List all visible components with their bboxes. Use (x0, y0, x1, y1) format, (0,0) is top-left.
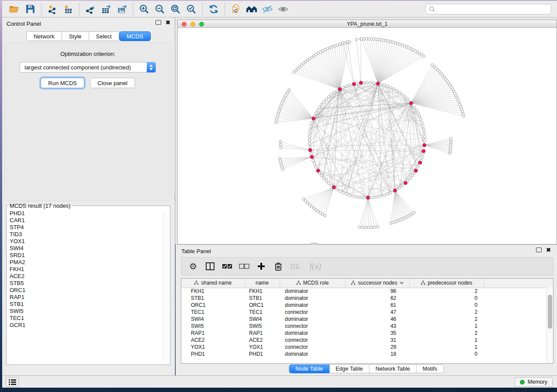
ring-node[interactable] (404, 96, 406, 98)
ring-node[interactable] (327, 182, 330, 185)
ring-node[interactable] (322, 100, 325, 103)
tab-network-table[interactable]: Network Table (370, 364, 417, 373)
table-cell[interactable]: 96 (345, 288, 409, 295)
ring-node[interactable] (409, 177, 412, 179)
save-session-button[interactable] (22, 3, 38, 16)
ring-node[interactable] (376, 196, 379, 198)
leaf-node[interactable] (373, 226, 376, 228)
ring-node[interactable] (310, 152, 312, 155)
table-cell[interactable]: dominator (280, 288, 345, 295)
mcds-result-item[interactable]: FKH1 (10, 266, 170, 273)
memory-button[interactable]: Memory (515, 377, 553, 387)
table-cell[interactable]: STB1 (245, 295, 280, 302)
criterion-select[interactable]: largest connected component (undirected) (20, 62, 156, 72)
table-cell[interactable]: ACE2 (181, 337, 245, 344)
table-cell[interactable]: ORC1 (245, 302, 280, 309)
export-image-button[interactable] (114, 3, 130, 16)
close-panel-icon[interactable]: ✖ (166, 20, 170, 25)
tab-node-table[interactable]: Node Table (289, 364, 329, 373)
run-mcds-button[interactable]: Run MCDS (41, 78, 84, 88)
leaf-node[interactable] (370, 226, 373, 229)
ring-node[interactable] (386, 193, 389, 195)
hub-node[interactable] (414, 169, 418, 172)
mcds-list-scrollbar[interactable] (163, 211, 169, 362)
hub-node[interactable] (316, 169, 320, 172)
leaf-node[interactable] (279, 140, 282, 143)
mcds-result-item[interactable]: STP4 (10, 224, 170, 231)
ring-node[interactable] (316, 109, 319, 112)
ring-node[interactable] (417, 112, 419, 115)
leaf-node[interactable] (324, 214, 326, 217)
ring-node[interactable] (423, 139, 426, 141)
leaf-node[interactable] (293, 71, 295, 73)
ring-node[interactable] (311, 159, 314, 162)
table-cell[interactable]: dominator (280, 295, 345, 302)
ring-node[interactable] (308, 132, 311, 134)
table-cell[interactable]: TEC1 (245, 309, 280, 316)
search-input[interactable] (435, 5, 551, 14)
table-cell[interactable]: 43 (345, 323, 409, 330)
hub-node[interactable] (312, 117, 315, 120)
mcds-result-item[interactable]: ORC1 (10, 287, 170, 294)
table-cell[interactable]: SWI4 (181, 316, 245, 323)
hub-node[interactable] (359, 81, 363, 85)
delete-column-button[interactable] (272, 260, 285, 273)
mcds-result-item[interactable]: SWI5 (10, 308, 170, 315)
column-header-name[interactable]: name (245, 279, 280, 288)
ring-node[interactable] (308, 146, 311, 148)
ring-node[interactable] (309, 128, 311, 131)
table-cell[interactable]: dominator (280, 316, 345, 323)
ring-node[interactable] (308, 142, 311, 145)
mcds-result-item[interactable]: TID3 (10, 231, 170, 238)
table-cell[interactable]: 35 (345, 330, 409, 337)
ring-node[interactable] (315, 165, 317, 168)
table-cell[interactable]: connector (280, 309, 345, 316)
hub-node[interactable] (409, 101, 413, 105)
ring-node[interactable] (349, 84, 351, 86)
ring-node[interactable] (345, 85, 348, 87)
ring-node[interactable] (330, 93, 332, 96)
leaf-node[interactable] (367, 226, 370, 229)
ring-node[interactable] (327, 96, 330, 98)
ring-node[interactable] (421, 156, 423, 158)
import-network-button[interactable] (45, 3, 60, 16)
ring-node[interactable] (386, 85, 389, 87)
hub-node[interactable] (366, 196, 370, 199)
table-cell[interactable]: 31 (345, 337, 409, 344)
table-cell[interactable]: 61 (345, 302, 409, 309)
table-scrollbar-thumb[interactable] (548, 295, 552, 329)
table-cell[interactable]: dominator (280, 330, 345, 337)
leaf-node[interactable] (376, 225, 379, 228)
table-mode-button[interactable]: ⚙ (187, 260, 200, 273)
ring-node[interactable] (413, 106, 416, 109)
mcds-result-item[interactable]: STB5 (10, 280, 170, 287)
ring-node[interactable] (417, 165, 419, 168)
leaf-node[interactable] (364, 226, 367, 229)
table-row[interactable]: TEC1TEC1connector472 (181, 309, 553, 316)
table-row[interactable]: FKH1FKH1dominator962 (181, 288, 553, 295)
ring-node[interactable] (320, 174, 323, 177)
hub-node[interactable] (352, 82, 356, 86)
show-all-button[interactable] (275, 3, 291, 16)
tab-mcds[interactable]: MCDS (119, 31, 151, 41)
ring-node[interactable] (342, 191, 345, 194)
table-cell[interactable]: dominator (280, 302, 345, 309)
ring-node[interactable] (373, 82, 375, 84)
add-column-button[interactable] (255, 260, 268, 273)
table-cell[interactable]: dominator (280, 351, 345, 358)
leaf-node[interactable] (355, 38, 358, 41)
network-window-titlebar[interactable]: YPA_prune.txt_1 (178, 20, 557, 28)
table-row[interactable]: STB1STB1dominator620 (181, 295, 553, 302)
unselect-all-columns-button[interactable] (238, 260, 251, 273)
ring-node[interactable] (422, 125, 424, 127)
table-cell[interactable]: RAP1 (181, 330, 245, 337)
ring-node[interactable] (345, 193, 348, 195)
table-cell[interactable]: 0 (409, 295, 484, 302)
hub-node[interactable] (332, 186, 336, 189)
table-cell[interactable]: SWI5 (245, 323, 280, 330)
ring-node[interactable] (398, 186, 401, 189)
table-cell[interactable]: STB1 (181, 295, 245, 302)
table-row[interactable]: SWI4SWI4dominator462 (181, 316, 553, 323)
hub-node[interactable] (393, 189, 397, 193)
ring-node[interactable] (406, 98, 409, 101)
